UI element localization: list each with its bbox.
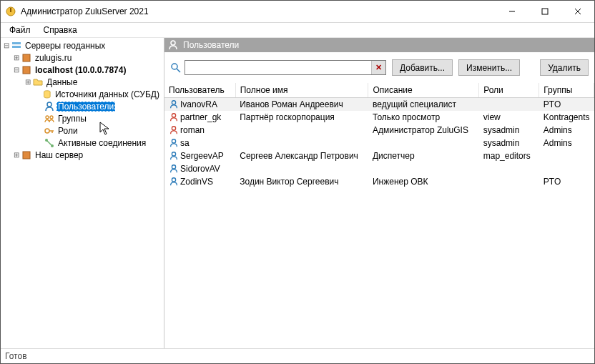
key-icon	[44, 125, 55, 137]
svg-rect-17	[23, 152, 30, 159]
table-row[interactable]: SergeevAPСергеев Александр ПетровичДиспе…	[164, 149, 594, 162]
tree-data[interactable]: ⊞ Данные	[1, 76, 164, 88]
titlebar: Администратор ZuluServer 2021	[1, 1, 594, 23]
cell-desc: Диспетчер	[368, 149, 479, 162]
status-text: Готов	[5, 351, 27, 361]
tree-label: localhost (10.0.0.7874)	[34, 65, 127, 75]
cell-desc	[368, 162, 479, 175]
database-icon	[42, 89, 52, 100]
cell-user: sa	[164, 137, 235, 149]
svg-point-20	[172, 101, 175, 104]
cell-fullname	[235, 162, 368, 175]
tree-label: Наш сервер	[34, 150, 84, 160]
table-row[interactable]: IvanovRAИванов Роман Андреевичведущий сп…	[164, 98, 594, 112]
users-grid[interactable]: Пользователь Полное имя Описание Роли Гр…	[164, 83, 594, 348]
cell-fullname: Сергеев Александр Петрович	[235, 149, 368, 162]
cell-user: IvanovRA	[164, 98, 235, 112]
user-icon	[44, 101, 55, 112]
svg-rect-9	[23, 67, 30, 74]
tree-label: Роли	[56, 126, 79, 136]
svg-point-14	[45, 129, 49, 133]
tree-label: Группы	[56, 114, 88, 124]
cell-roles: sysadmin	[479, 137, 539, 149]
cell-fullname	[235, 124, 368, 137]
tree-roles[interactable]: Роли	[1, 124, 164, 137]
cell-roles: view	[479, 111, 539, 124]
table-row[interactable]: romanАдминистратор ZuluGISsysadminAdmins	[164, 124, 594, 137]
maximize-button[interactable]	[528, 1, 561, 22]
toolbar: ✕ Добавить... Изменить... Удалить	[164, 52, 594, 83]
tree-active-connections[interactable]: Активные соединения	[1, 137, 164, 149]
user-icon	[169, 164, 179, 174]
cell-groups: PTO	[539, 175, 594, 188]
search-input[interactable]	[185, 60, 386, 75]
column-roles[interactable]: Роли	[479, 83, 539, 98]
menu-file[interactable]: Файл	[4, 24, 36, 36]
nav-tree[interactable]: ⊟ Серверы геоданных ⊞ zulugis.ru ⊟ local…	[1, 38, 164, 348]
svg-point-12	[46, 116, 49, 119]
svg-point-13	[50, 116, 53, 119]
cell-desc: Инженер ОВК	[368, 175, 479, 188]
tree-users[interactable]: Пользователи	[1, 100, 164, 112]
server-icon	[21, 149, 32, 161]
table-row[interactable]: sasysadminAdmins	[164, 137, 594, 149]
cell-user: SidorovAV	[164, 162, 235, 175]
user-icon	[169, 99, 179, 109]
table-row[interactable]: SidorovAV	[164, 162, 594, 175]
user-icon	[169, 138, 179, 148]
table-row[interactable]: ZodinVSЗодин Виктор СергеевичИнженер ОВК…	[164, 175, 594, 188]
tree-groups[interactable]: Группы	[1, 112, 164, 124]
menubar: Файл Справка	[1, 23, 594, 38]
server-icon	[21, 52, 32, 64]
cell-user: roman	[164, 124, 235, 137]
table-row[interactable]: partner_gkПартнёр госкорпорацияТолько пр…	[164, 111, 594, 124]
cell-groups: Admins	[539, 124, 594, 137]
expand-icon[interactable]: ⊞	[12, 151, 21, 159]
user-icon	[169, 112, 179, 122]
minimize-button[interactable]	[496, 1, 528, 22]
cell-fullname: Партнёр госкорпорация	[235, 111, 368, 124]
cell-roles: map_editors	[479, 149, 539, 162]
cell-groups: PTO	[539, 98, 594, 112]
svg-rect-1	[10, 8, 11, 12]
column-desc[interactable]: Описание	[368, 83, 479, 98]
cell-roles	[479, 162, 539, 175]
tree-server-zulugis[interactable]: ⊞ zulugis.ru	[1, 51, 164, 64]
tree-label: Источники данных (СУБД)	[54, 89, 161, 99]
delete-button[interactable]: Удалить	[540, 59, 589, 76]
svg-point-18	[171, 41, 175, 45]
tree-datasources[interactable]: Источники данных (СУБД)	[1, 88, 164, 100]
tree-root[interactable]: ⊟ Серверы геоданных	[1, 39, 164, 51]
statusbar: Готов	[1, 348, 594, 363]
expand-icon[interactable]: ⊞	[24, 78, 32, 86]
svg-point-21	[172, 114, 175, 117]
close-button[interactable]	[561, 1, 594, 22]
column-user[interactable]: Пользователь	[164, 83, 235, 98]
add-button[interactable]: Добавить...	[392, 59, 453, 76]
tree-label: Серверы геоданных	[24, 41, 107, 51]
cell-desc: Только просмотр	[368, 111, 479, 124]
grid-header-row: Пользователь Полное имя Описание Роли Гр…	[164, 83, 594, 98]
tree-server-localhost[interactable]: ⊟ localhost (10.0.0.7874)	[1, 64, 164, 76]
folder-icon	[32, 77, 44, 88]
cell-desc	[368, 137, 479, 149]
cell-roles: sysadmin	[479, 124, 539, 137]
column-fullname[interactable]: Полное имя	[235, 83, 368, 98]
edit-button[interactable]: Изменить...	[458, 59, 520, 76]
cell-groups	[539, 162, 594, 175]
clear-search-button[interactable]: ✕	[371, 61, 385, 74]
expand-icon[interactable]: ⊟	[2, 41, 11, 49]
cell-roles	[479, 175, 539, 188]
cell-fullname: Иванов Роман Андреевич	[235, 98, 368, 112]
tree-label: Пользователи	[56, 102, 115, 112]
cell-desc: Администратор ZuluGIS	[368, 124, 479, 137]
window-controls	[496, 1, 594, 22]
menu-help[interactable]: Справка	[38, 24, 83, 36]
app-icon	[5, 6, 16, 17]
expand-icon[interactable]: ⊞	[12, 54, 21, 62]
tree-server-custom[interactable]: ⊞ Наш сервер	[1, 149, 164, 161]
expand-icon[interactable]: ⊟	[12, 66, 21, 74]
svg-point-24	[172, 152, 175, 156]
column-groups[interactable]: Группы	[539, 83, 594, 98]
svg-rect-7	[12, 46, 21, 48]
